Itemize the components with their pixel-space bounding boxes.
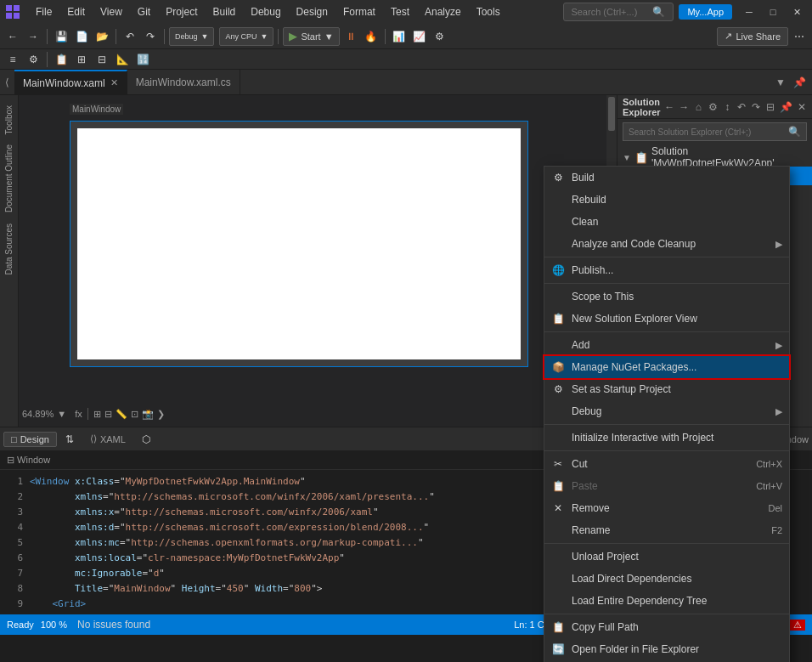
ctx-rename[interactable]: Rename F2 xyxy=(544,519,789,541)
nav-forward-button[interactable]: → xyxy=(24,27,42,46)
document-outline-label[interactable]: Document Outline xyxy=(4,141,14,216)
pause-button[interactable]: ⏸ xyxy=(341,27,360,46)
ext-button-5[interactable]: ⊟ xyxy=(93,50,111,69)
tab-mainwindow-xaml[interactable]: MainWindow.xaml ✕ xyxy=(14,70,127,94)
panel-close[interactable]: ✕ xyxy=(796,99,807,115)
ctx-copy-path[interactable]: 📋 Copy Full Path xyxy=(544,616,789,638)
ext-menu-button[interactable]: ≡ xyxy=(3,50,22,69)
tab-pin-button[interactable]: 📌 xyxy=(792,75,807,90)
panel-nav-back[interactable]: ← xyxy=(664,99,675,115)
restore-button[interactable]: □ xyxy=(761,0,785,24)
ext-button-4[interactable]: ⊞ xyxy=(72,50,91,69)
ctx-unload[interactable]: Unload Project xyxy=(544,546,789,568)
swap-button[interactable]: ⇅ xyxy=(60,430,79,449)
tab-mainwindow-cs[interactable]: MainWindow.xaml.cs xyxy=(127,70,240,94)
ctx-open-explorer[interactable]: 🔄 Open Folder in File Explorer xyxy=(544,638,789,660)
ext-button-7[interactable]: 🔢 xyxy=(133,50,152,69)
ctx-publish[interactable]: 🌐 Publish... xyxy=(544,259,789,281)
menu-debug[interactable]: Debug xyxy=(244,3,287,20)
ctx-remove[interactable]: ✕ Remove Del xyxy=(544,497,789,519)
tab-close-icon[interactable]: ✕ xyxy=(110,77,118,88)
cut-icon: ✂ xyxy=(551,457,565,471)
ctx-cut[interactable]: ✂ Cut Ctrl+X xyxy=(544,453,789,475)
nav-back-button[interactable]: ← xyxy=(3,27,22,46)
ctx-interactive[interactable]: Initialize Interactive with Project xyxy=(544,427,789,449)
interactive-icon xyxy=(551,431,565,444)
ctx-clean[interactable]: Clean xyxy=(544,211,789,233)
panel-sync[interactable]: ↕ xyxy=(722,99,733,115)
diagnostics-button[interactable]: 📊 xyxy=(390,27,409,46)
tab-label: MainWindow.xaml.cs xyxy=(136,76,231,88)
menu-analyze[interactable]: Analyze xyxy=(418,3,468,20)
panel-pin[interactable]: 📌 xyxy=(780,99,792,115)
panel-refresh[interactable]: ⚙ xyxy=(708,99,719,115)
ctx-new-explorer[interactable]: 📋 New Solution Explorer View xyxy=(544,308,789,330)
ext-button-3[interactable]: 📋 xyxy=(52,50,70,69)
menu-format[interactable]: Format xyxy=(336,3,382,20)
perf-button[interactable]: 📈 xyxy=(410,27,429,46)
ctx-load-entire-label: Load Entire Dependency Tree xyxy=(572,595,782,607)
ctx-add[interactable]: Add ▶ xyxy=(544,334,789,356)
ext-button-2[interactable]: ⚙ xyxy=(24,50,42,69)
solution-search[interactable]: 🔍 xyxy=(623,122,807,141)
ctx-startup[interactable]: ⚙ Set as Startup Project xyxy=(544,378,789,400)
debug-config-dropdown[interactable]: Debug ▼ xyxy=(169,27,214,46)
ctx-rebuild[interactable]: Rebuild xyxy=(544,189,789,211)
xaml-expand-button[interactable]: ⬡ xyxy=(137,430,155,449)
ext-button-6[interactable]: 📐 xyxy=(113,50,132,69)
ctx-analyze[interactable]: Analyze and Code Cleanup ▶ xyxy=(544,233,789,255)
ctx-manage-nuget[interactable]: 📦 Manage NuGet Packages... xyxy=(544,356,789,378)
app-title-button[interactable]: My...App xyxy=(679,4,732,20)
search-box[interactable]: 🔍 xyxy=(563,3,674,21)
tab-dropdown-button[interactable]: ▼ xyxy=(773,75,788,90)
unload-icon xyxy=(551,550,565,563)
undo-button[interactable]: ↶ xyxy=(121,27,139,46)
ctx-scope[interactable]: Scope to This xyxy=(544,286,789,308)
save-button[interactable]: 💾 xyxy=(52,27,70,46)
open-button[interactable]: 📂 xyxy=(93,27,111,46)
ctx-load-direct[interactable]: Load Direct Dependencies xyxy=(544,568,789,590)
menu-git[interactable]: Git xyxy=(131,3,157,20)
menu-file[interactable]: File xyxy=(29,3,59,20)
tab-scroll-left[interactable]: ⟨ xyxy=(0,70,14,94)
new-button[interactable]: 📄 xyxy=(72,27,91,46)
panel-settings[interactable]: ⊟ xyxy=(765,99,776,115)
ctx-add-label: Add xyxy=(572,339,769,351)
close-button[interactable]: ✕ xyxy=(785,0,809,24)
start-button[interactable]: ▶ Start ▼ xyxy=(283,27,339,46)
separator-4 xyxy=(278,29,279,44)
more-tools-button[interactable]: ⋯ xyxy=(790,27,809,46)
ctx-open-explorer-label: Open Folder in File Explorer xyxy=(572,643,782,655)
hot-reload-button[interactable]: 🔥 xyxy=(362,27,381,46)
ctx-debug[interactable]: Debug ▶ xyxy=(544,400,789,422)
data-sources-label[interactable]: Data Sources xyxy=(4,220,14,279)
tab-label: MainWindow.xaml xyxy=(23,77,105,89)
redo-button[interactable]: ↷ xyxy=(141,27,160,46)
panel-undo[interactable]: ↶ xyxy=(736,99,747,115)
menu-edit[interactable]: Edit xyxy=(60,3,92,20)
menu-view[interactable]: View xyxy=(93,3,129,20)
panel-nav-fwd[interactable]: → xyxy=(679,99,690,115)
tree-solution[interactable]: ▼ 📋 Solution 'MyWpfDotnetFwkWv2App' xyxy=(617,148,812,167)
panel-redo[interactable]: ↷ xyxy=(751,99,762,115)
ctx-load-entire[interactable]: Load Entire Dependency Tree xyxy=(544,590,789,612)
menu-tools[interactable]: Tools xyxy=(470,3,507,20)
platform-dropdown[interactable]: Any CPU ▼ xyxy=(219,27,273,46)
line-content: xmlns:x="http://schemas.microsoft.com/wi… xyxy=(30,506,379,518)
error-icon: ⚠ xyxy=(790,620,805,631)
menu-test[interactable]: Test xyxy=(384,3,416,20)
ctx-build[interactable]: ⚙ Build xyxy=(544,167,789,189)
toolbox-label[interactable]: Toolbox xyxy=(4,102,14,138)
extra-button[interactable]: ⚙ xyxy=(431,27,449,46)
minimize-button[interactable]: ─ xyxy=(737,0,761,24)
xaml-tab[interactable]: ⟨⟩ XAML xyxy=(82,431,133,447)
live-share-button[interactable]: ↗ Live Share xyxy=(717,27,788,46)
solution-search-input[interactable] xyxy=(629,127,785,137)
panel-home[interactable]: ⌂ xyxy=(693,99,704,115)
design-tab[interactable]: □ Design xyxy=(3,432,57,447)
menu-project[interactable]: Project xyxy=(159,3,204,20)
separator-1 xyxy=(47,29,48,44)
search-input[interactable] xyxy=(571,7,647,17)
menu-build[interactable]: Build xyxy=(206,3,243,20)
menu-design[interactable]: Design xyxy=(290,3,335,20)
